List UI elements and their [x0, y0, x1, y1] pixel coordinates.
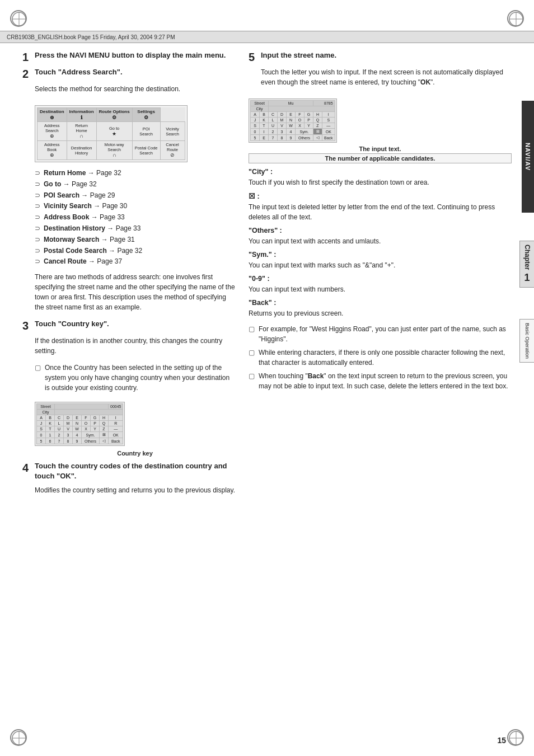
city-label: "City" : [249, 168, 512, 176]
step-1-title: Press the NAVI MENU button to display th… [35, 50, 226, 60]
note-3: ▢ When touching "Back" on the text input… [249, 371, 512, 391]
step-3-heading: 3 Touch "Country key". [22, 319, 235, 332]
corner-tr [507, 10, 524, 27]
step-1-number: 1 [22, 50, 31, 64]
note-1: ▢ For example, for "West Higgins Road", … [249, 324, 512, 344]
navi-av-tab: NAVI/AV [522, 101, 534, 213]
step-5-title: Input the street name. [261, 50, 336, 60]
bullet-arrow: ⊃ [35, 191, 41, 200]
city-body: Touch if you wish to first specify the d… [249, 177, 512, 187]
others-label: "Others" : [249, 227, 512, 234]
backspace-label: ☒ : [249, 192, 512, 200]
chapter-tab: Chapter 1 [519, 241, 534, 288]
bullet-item-cancel-route: ⊃ Cancel Route → Page 37 [35, 257, 235, 266]
step-2-heading: 2 Touch "Address Search". [22, 67, 235, 81]
header-bar: CRB1903B_ENGLISH.book Page 15 Friday, Ap… [0, 31, 534, 43]
bullet-item-motorway: ⊃ Motorway Search → Page 31 [35, 235, 235, 245]
main-content: 1 Press the NAVI MENU button to display … [22, 45, 512, 734]
input-screenshot: Street Mu 8785 City ABCDEFGHI JKLMNOPQS [249, 98, 337, 143]
menu-screenshot: Destination⊕ Informationℹ Route Options⚙… [35, 105, 188, 162]
right-column: 5 Input the street name. Touch the lette… [249, 50, 512, 502]
others-body: You can input text with accents and umla… [249, 236, 512, 246]
bullet-arrow: ⊃ [35, 168, 41, 178]
step-3-number: 3 [22, 319, 31, 332]
bullet-arrow: ⊃ [35, 257, 41, 266]
zero-nine-label: "0-9" : [249, 275, 512, 283]
note-1-icon: ▢ [249, 324, 256, 334]
step-5-heading: 5 Input the street name. [249, 50, 512, 64]
address-search-description: There are two methods of address search:… [35, 272, 235, 312]
bullet-item-return-home: ⊃ Return Home → Page 32 [35, 168, 235, 178]
basic-operation-tab: Basic Operation [519, 319, 534, 363]
note-2-icon: ▢ [249, 348, 256, 358]
bullet-arrow: ⊃ [35, 224, 41, 233]
country-key-screenshot: Street 00045 City ABCDEFGHI JKLMNOPQR [35, 402, 125, 446]
header-text: CRB1903B_ENGLISH.book Page 15 Friday, Ap… [7, 34, 175, 40]
step-4-body: Modifies the country setting and returns… [35, 485, 235, 495]
step-3-body: If the destination is in another country… [35, 336, 235, 356]
step-5-body: Touch the letter you wish to input. If t… [261, 67, 512, 87]
input-text-label: The input text. [249, 145, 512, 152]
bullet-item-postal-code: ⊃ Postal Code Search → Page 32 [35, 246, 235, 256]
zero-nine-body: You can input text with numbers. [249, 284, 512, 294]
page-number: 15 [497, 736, 506, 745]
kbd-table: Street 00045 City ABCDEFGHI JKLMNOPQR [36, 403, 123, 444]
bullet-item-address-book: ⊃ Address Book → Page 33 [35, 213, 235, 222]
navi-av-label: NAVI/AV [524, 143, 531, 171]
note-3-icon: ▢ [249, 371, 256, 381]
left-column: 1 Press the NAVI MENU button to display … [22, 50, 235, 502]
bullet-item-vicinity-search: ⊃ Vicinity Search → Page 30 [35, 201, 235, 211]
step-2-title: Touch "Address Search". [35, 67, 123, 77]
bullet-item-poi-search: ⊃ POI Search → Page 29 [35, 191, 235, 200]
step-4-heading: 4 Touch the country codes of the destina… [22, 461, 235, 481]
bullet-arrow: ⊃ [35, 180, 41, 189]
back-body: Returns you to previous screen. [249, 308, 512, 318]
note-country: ▢ Once the Country has been selected in … [35, 363, 235, 393]
chapter-number: 1 [524, 272, 530, 284]
corner-tl [10, 10, 27, 27]
note-checkbox-icon: ▢ [35, 363, 43, 373]
step-3-title: Touch "Country key". [35, 319, 109, 329]
bullet-arrow: ⊃ [35, 246, 41, 256]
step-2-body: Selects the method for searching the des… [35, 84, 235, 94]
backspace-body: The input text is deleted letter by lett… [249, 202, 512, 222]
sym-label: "Sym." : [249, 251, 512, 259]
sym-body: You can input text with marks such as "&… [249, 260, 512, 270]
chapter-label: Chapter [523, 245, 531, 270]
bullet-list: ⊃ Return Home → Page 32 ⊃ Go to → Page 3… [35, 168, 235, 266]
step-2-number: 2 [22, 67, 31, 81]
step-4-title: Touch the country codes of the destinati… [35, 461, 235, 481]
basic-operation-label: Basic Operation [524, 323, 530, 359]
step-4-number: 4 [22, 461, 31, 475]
bullet-item-dest-history: ⊃ Destination History → Page 33 [35, 224, 235, 233]
bullet-arrow: ⊃ [35, 201, 41, 211]
menu-table: Destination⊕ Informationℹ Route Options⚙… [37, 107, 185, 160]
step-1-heading: 1 Press the NAVI MENU button to display … [22, 50, 235, 64]
bullet-item-go-to: ⊃ Go to → Page 32 [35, 180, 235, 189]
bullet-arrow: ⊃ [35, 235, 41, 245]
input-kbd-table: Street Mu 8785 City ABCDEFGHI JKLMNOPQS [250, 100, 335, 141]
num-candidates-label: The number of applicable candidates. [249, 153, 512, 163]
country-key-caption: Country key [35, 450, 235, 457]
back-label: "Back" : [249, 299, 512, 307]
note-2: ▢ While entering characters, if there is… [249, 348, 512, 368]
step-5-number: 5 [249, 50, 257, 64]
bullet-arrow: ⊃ [35, 213, 41, 222]
